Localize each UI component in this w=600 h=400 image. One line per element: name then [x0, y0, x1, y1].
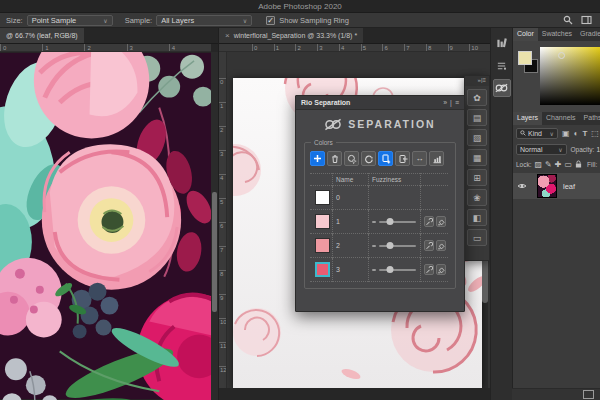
menu-icon[interactable]: ≡	[455, 99, 459, 106]
tab-gradients[interactable]: Gradients	[576, 28, 600, 41]
color-picker-field[interactable]	[540, 47, 600, 105]
fuzziness-slider[interactable]	[372, 263, 420, 277]
grid-panel-icon[interactable]: ⊞	[467, 169, 487, 186]
doc1-ruler-top: 01234	[0, 44, 211, 52]
fill-color-button[interactable]	[436, 240, 446, 251]
collapse-icon[interactable]: »	[443, 99, 447, 106]
chevron-down-icon: ∨	[103, 17, 107, 24]
filter-type-icon[interactable]: T	[582, 129, 587, 138]
kind-filter-dropdown[interactable]: Kind ∨	[516, 128, 558, 139]
sampling-ring-label: Show Sampling Ring	[279, 16, 349, 25]
pick-color-button[interactable]	[344, 151, 359, 166]
filter-pixel-icon[interactable]: ▣	[562, 129, 570, 138]
layers-filter-row: Kind ∨ ▣ ◐ T ⬚	[513, 125, 600, 141]
notes-panel-icon[interactable]: ▭	[467, 229, 487, 246]
sample-layers-dropdown[interactable]: All Layers ∨	[156, 15, 252, 26]
app-title-bar: Adobe Photoshop 2020	[0, 0, 600, 13]
edit-color-button[interactable]	[424, 264, 434, 275]
table-row-name: 0	[332, 186, 368, 210]
table-row-swatch	[310, 234, 332, 258]
search-icon	[520, 130, 526, 136]
lock-move-icon[interactable]: ✚	[555, 160, 562, 169]
rio-panel-header[interactable]: Rio Separation » | ≡	[296, 96, 464, 110]
doc1-scrollbar-thumb[interactable]	[212, 192, 217, 312]
refresh-button[interactable]	[361, 151, 376, 166]
doc1-canvas[interactable]	[0, 52, 211, 400]
color-swatch[interactable]	[315, 214, 330, 229]
doc2-ruler-top: 012345678910	[227, 44, 491, 52]
layer-thumbnail[interactable]	[537, 174, 557, 198]
table-row-name: 1	[332, 210, 368, 234]
slider-track[interactable]	[379, 221, 416, 223]
right-panel-dock: Color Swatches Gradients Patterns Layers…	[512, 28, 600, 400]
filter-adjustment-icon[interactable]: ◐	[574, 129, 579, 138]
import-colors-button[interactable]	[395, 151, 410, 166]
color-swatch[interactable]	[315, 190, 330, 205]
layers-panel-footer	[512, 388, 600, 400]
slider-track[interactable]	[379, 269, 416, 271]
slider-knob[interactable]	[387, 242, 394, 249]
workspace-switcher-icon[interactable]	[581, 15, 592, 25]
chart-button[interactable]	[429, 151, 444, 166]
doc1-vertical-scrollbar[interactable]	[211, 52, 218, 400]
lock-transparent-icon[interactable]: ▨	[535, 160, 543, 169]
sample-size-dropdown[interactable]: Point Sample ∨	[27, 15, 113, 26]
color-picker-marker[interactable]	[558, 52, 565, 59]
show-sampling-ring-checkbox[interactable]: ✓	[266, 16, 275, 25]
photoshop-window: Adobe Photoshop 2020 Size: Point Sample …	[0, 0, 600, 400]
color-swatch-selected[interactable]	[315, 262, 330, 277]
lock-artboard-icon[interactable]: ▭	[565, 160, 573, 169]
layer-row-leaf[interactable]: leaf	[513, 173, 600, 199]
blend-mode-dropdown[interactable]: Normal ∨	[516, 144, 567, 155]
textures-panel-icon[interactable]: ▦	[467, 149, 487, 166]
gradients-panel-icon[interactable]: ▤	[467, 109, 487, 126]
chevron-down-icon: ∨	[550, 130, 554, 137]
table-row-fuzziness	[368, 258, 420, 282]
libraries-panel-icon[interactable]	[493, 33, 511, 51]
delete-color-button[interactable]	[327, 151, 342, 166]
slider-knob[interactable]	[387, 266, 394, 273]
opacity-value[interactable]: 1	[596, 146, 600, 153]
new-layer-icon[interactable]	[583, 390, 594, 399]
styles-panel-icon[interactable]: ❀	[467, 189, 487, 206]
colors-legend: Colors	[311, 139, 336, 147]
filter-shape-icon[interactable]: ⬚	[591, 129, 599, 138]
rio-separation-panel-icon[interactable]	[493, 79, 511, 97]
color-panel-tabs: Color Swatches Gradients Patterns	[513, 28, 600, 41]
swap-colors-button[interactable]: ↔	[412, 151, 427, 166]
slider-knob[interactable]	[387, 218, 394, 225]
close-icon[interactable]: ×	[225, 31, 230, 40]
fuzziness-slider[interactable]	[372, 215, 420, 229]
doc2-tab[interactable]: × winterfloral_Separation @ 33.3% (1/8) …	[219, 28, 363, 43]
export-colors-button[interactable]	[378, 151, 393, 166]
photo-filter-panel-icon[interactable]: ◧	[467, 209, 487, 226]
tab-channels[interactable]: Channels	[542, 112, 580, 125]
tab-paths[interactable]: Paths	[580, 112, 600, 125]
tab-swatches[interactable]: Swatches	[538, 28, 576, 41]
brushes-panel-icon[interactable]: ✿	[467, 89, 487, 106]
slider-dash	[372, 221, 376, 223]
add-color-button[interactable]	[310, 151, 325, 166]
colors-group: Colors	[304, 142, 456, 289]
color-themes-panel-icon[interactable]	[493, 56, 511, 74]
collapsed-panels-column: »|≡ ✿ ▤ ▨ ▦ ⊞ ❀ ◧ ▭	[464, 75, 490, 261]
fuzziness-slider[interactable]	[372, 239, 420, 253]
edit-color-button[interactable]	[424, 240, 434, 251]
visibility-eye-icon[interactable]	[517, 182, 527, 190]
tab-layers[interactable]: Layers	[513, 112, 542, 125]
search-icon[interactable]	[563, 15, 573, 25]
edit-color-button[interactable]	[424, 216, 434, 227]
tab-color[interactable]: Color	[513, 28, 538, 41]
patterns-panel-icon[interactable]: ▨	[467, 129, 487, 146]
color-swatch[interactable]	[315, 238, 330, 253]
doc1-tab[interactable]: @ 66.7% (leaf, RGB/8)	[0, 28, 84, 43]
foreground-color-swatch[interactable]	[518, 51, 532, 65]
fill-color-button[interactable]	[436, 264, 446, 275]
fill-color-button[interactable]	[436, 216, 446, 227]
lock-brush-icon[interactable]: ✎	[545, 160, 552, 169]
slider-track[interactable]	[379, 245, 416, 247]
menu-icon[interactable]: ≡	[482, 77, 486, 83]
collapsed-column-header[interactable]: »|≡	[465, 76, 489, 86]
rio-panel-title: Rio Separation	[296, 99, 443, 106]
lock-all-icon[interactable]	[575, 160, 582, 168]
